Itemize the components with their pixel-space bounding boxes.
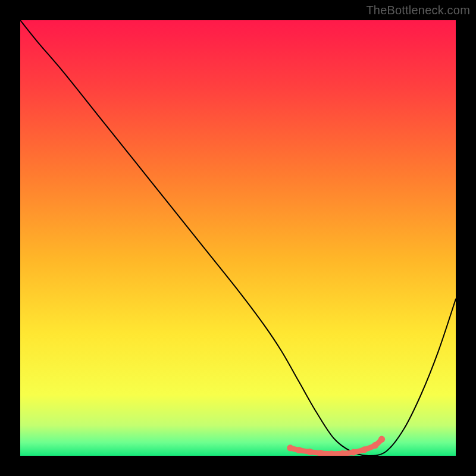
svg-point-7	[361, 446, 368, 453]
svg-point-2	[306, 449, 313, 455]
gradient-background	[20, 20, 456, 456]
svg-point-8	[372, 442, 378, 449]
chart-container: TheBottleneck.com	[0, 0, 476, 476]
chart-svg	[20, 20, 456, 456]
plot-area	[20, 20, 456, 456]
svg-point-9	[378, 436, 385, 443]
watermark-text: TheBottleneck.com	[366, 4, 470, 17]
svg-point-6	[350, 449, 356, 456]
svg-point-1	[296, 447, 302, 453]
svg-point-0	[287, 444, 293, 451]
